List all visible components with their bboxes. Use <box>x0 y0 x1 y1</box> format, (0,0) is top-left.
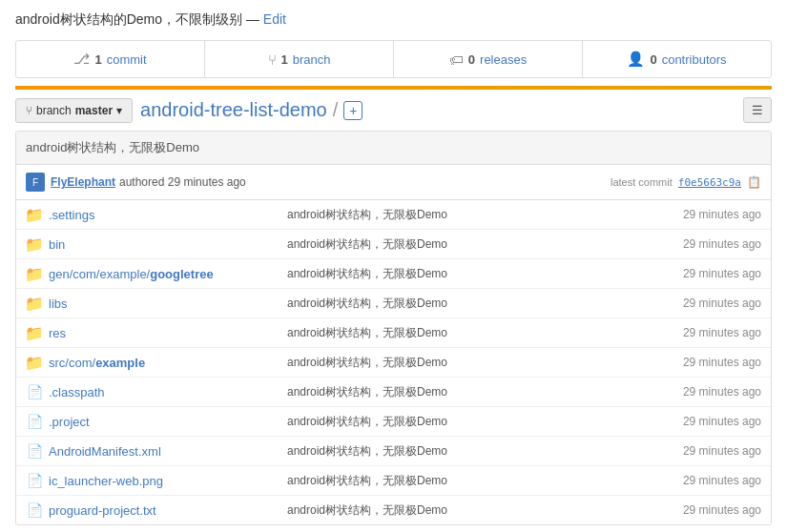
folder-icon: 📁 <box>26 206 43 223</box>
repo-path: android-tree-list-demo / + <box>140 99 362 121</box>
chevron-down-icon: ▾ <box>116 104 122 117</box>
commit-verb: authored <box>119 175 164 189</box>
commits-link[interactable]: commit <box>107 52 147 67</box>
page-title: android树状结构的Demo，不限制级别 — Edit <box>0 0 787 40</box>
commits-count: 1 <box>94 52 101 67</box>
table-row: 📄.projectandroid树状结构，无限极Demo29 minutes a… <box>16 407 771 437</box>
path-slash: / <box>333 99 339 121</box>
folder-icon: 📁 <box>26 354 43 371</box>
file-time: 29 minutes ago <box>637 503 761 517</box>
table-row: 📁binandroid树状结构，无限极Demo29 minutes ago <box>16 230 771 259</box>
file-icon: 📄 <box>26 472 43 489</box>
file-time: 29 minutes ago <box>637 208 761 221</box>
file-message: android树状结构，无限极Demo <box>278 473 637 489</box>
file-message: android树状结构，无限极Demo <box>278 325 637 341</box>
file-name-link[interactable]: bin <box>49 237 65 252</box>
commit-header-text: android树状结构，无限极Demo <box>26 140 199 154</box>
file-time: 29 minutes ago <box>637 415 761 428</box>
file-message: android树状结构，无限极Demo <box>278 502 637 519</box>
folder-icon: 📁 <box>26 235 43 253</box>
file-time: 29 minutes ago <box>637 326 761 339</box>
file-time: 29 minutes ago <box>637 474 761 487</box>
file-message: android树状结构，无限极Demo <box>278 266 637 282</box>
file-message: android树状结构，无限极Demo <box>278 414 637 430</box>
commit-hash-link[interactable]: f0e5663c9a <box>678 176 741 189</box>
table-row: 📄.classpathandroid树状结构，无限极Demo29 minutes… <box>16 378 771 407</box>
branch-selector[interactable]: ⑂ branch master ▾ <box>15 98 133 123</box>
contributors-count: 0 <box>650 52 656 67</box>
folder-icon: 📁 <box>26 265 43 282</box>
branch-selector-icon: ⑂ <box>26 104 32 117</box>
file-name-link[interactable]: ic_launcher-web.png <box>49 474 163 488</box>
file-rows-container: 📁.settingsandroid树状结构，无限极Demo29 minutes … <box>16 200 771 524</box>
branch-icon: ⑂ <box>268 51 277 68</box>
repo-name-link[interactable]: android-tree-list-demo <box>140 99 327 121</box>
table-row: 📁resandroid树状结构，无限极Demo29 minutes ago <box>16 318 771 348</box>
file-time: 29 minutes ago <box>637 356 761 369</box>
file-icon: 📄 <box>26 383 43 400</box>
file-message: android树状结构，无限极Demo <box>278 207 637 223</box>
commit-info-row: F FlyElephant authored 29 minutes ago la… <box>16 165 771 200</box>
tag-icon: 🏷 <box>449 51 464 68</box>
branches-link[interactable]: branch <box>293 52 331 67</box>
releases-stat[interactable]: 🏷 0 releases <box>394 41 583 77</box>
file-name-link[interactable]: gen/com/example/googletree <box>49 267 214 281</box>
table-row: 📄AndroidManifest.xmlandroid树状结构，无限极Demo2… <box>16 437 771 466</box>
file-name-link[interactable]: .project <box>49 415 90 429</box>
edit-link[interactable]: Edit <box>263 11 286 27</box>
contributors-stat[interactable]: 👤 0 contributors <box>583 41 771 77</box>
file-name-link[interactable]: AndroidManifest.xml <box>49 444 161 459</box>
file-name-link[interactable]: proguard-project.txt <box>49 503 156 518</box>
branches-stat[interactable]: ⑂ 1 branch <box>205 41 394 77</box>
file-name-link[interactable]: .classpath <box>49 385 105 399</box>
branches-count: 1 <box>281 52 288 67</box>
file-name-link[interactable]: src/com/example <box>49 356 145 370</box>
file-icon: 📄 <box>26 501 43 519</box>
commit-time: 29 minutes ago <box>168 175 246 189</box>
file-name-link[interactable]: libs <box>49 297 68 311</box>
releases-link[interactable]: releases <box>480 52 527 67</box>
file-name-link[interactable]: res <box>49 326 66 340</box>
file-icon: 📄 <box>26 442 43 460</box>
file-time: 29 minutes ago <box>637 267 761 280</box>
table-row: 📁src/com/exampleandroid树状结构，无限极Demo29 mi… <box>16 348 771 378</box>
stats-bar: ⎇ 1 commit ⑂ 1 branch 🏷 0 releases 👤 0 c… <box>15 40 772 78</box>
contributors-link[interactable]: contributors <box>662 52 727 67</box>
commits-stat[interactable]: ⎇ 1 commit <box>16 41 205 77</box>
file-time: 29 minutes ago <box>637 385 761 399</box>
list-icon: ☰ <box>752 103 763 117</box>
commit-icon: ⎇ <box>73 51 90 68</box>
file-message: android树状结构，无限极Demo <box>278 384 637 400</box>
clipboard-icon[interactable]: 📋 <box>747 175 761 189</box>
person-icon: 👤 <box>627 51 645 68</box>
table-row: 📄ic_launcher-web.pngandroid树状结构，无限极Demo2… <box>16 466 771 496</box>
table-row: 📄proguard-project.txtandroid树状结构，无限极Demo… <box>16 496 771 524</box>
file-message: android树状结构，无限极Demo <box>278 443 637 460</box>
avatar: F <box>26 173 45 192</box>
file-message: android树状结构，无限极Demo <box>278 296 637 312</box>
add-file-button[interactable]: + <box>343 101 362 120</box>
folder-icon: 📁 <box>26 295 43 312</box>
repo-toolbar: ⑂ branch master ▾ android-tree-list-demo… <box>0 90 787 131</box>
branch-label-text: branch <box>36 104 72 117</box>
latest-commit-label: latest commit <box>611 176 673 188</box>
commit-header: android树状结构，无限极Demo <box>16 132 771 165</box>
table-row: 📁.settingsandroid树状结构，无限极Demo29 minutes … <box>16 200 771 230</box>
list-view-button[interactable]: ☰ <box>743 97 772 123</box>
file-name-link[interactable]: .settings <box>49 208 94 222</box>
file-time: 29 minutes ago <box>637 297 761 310</box>
file-time: 29 minutes ago <box>637 444 761 458</box>
file-icon: 📄 <box>26 413 43 430</box>
author-link[interactable]: FlyElephant <box>51 175 115 189</box>
file-table: android树状结构，无限极Demo F FlyElephant author… <box>15 131 772 525</box>
file-time: 29 minutes ago <box>637 237 761 251</box>
table-row: 📁libsandroid树状结构，无限极Demo29 minutes ago <box>16 289 771 318</box>
table-row: 📁gen/com/example/googletreeandroid树状结构，无… <box>16 259 771 289</box>
repo-description: android树状结构的Demo，不限制级别 <box>15 11 242 27</box>
branch-name-text: master <box>75 104 113 117</box>
file-message: android树状结构，无限极Demo <box>278 355 637 371</box>
folder-icon: 📁 <box>26 324 43 341</box>
file-message: android树状结构，无限极Demo <box>278 236 637 253</box>
commit-hash-area: latest commit f0e5663c9a 📋 <box>611 175 761 189</box>
releases-count: 0 <box>468 52 475 67</box>
